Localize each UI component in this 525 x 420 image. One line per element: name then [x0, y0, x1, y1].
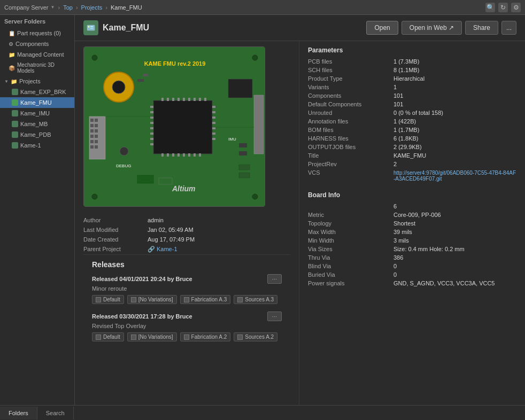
release-2-desc: Revised Top Overlay — [92, 323, 282, 329]
svg-rect-12 — [90, 119, 94, 122]
svg-rect-26 — [161, 98, 164, 101]
refresh-icon[interactable]: ↻ — [498, 3, 508, 12]
svg-rect-37 — [172, 153, 174, 157]
date-created-value: Aug 17, 07:49 PM — [148, 236, 195, 243]
svg-rect-46 — [150, 122, 153, 124]
sidebar-header: Server Folders — [0, 15, 74, 28]
project-dot-icon — [12, 89, 18, 95]
sidebar-item-components[interactable]: ⚙ Components — [0, 38, 74, 49]
svg-rect-48 — [150, 133, 153, 135]
right-panel: Parameters PCB files 1 (7.3MB) SCH files… — [299, 41, 525, 405]
release-2-menu-btn[interactable]: ··· — [267, 312, 282, 321]
svg-rect-45 — [150, 116, 153, 119]
sidebar-item-label: Kame_FMU — [20, 99, 52, 106]
settings-icon[interactable]: ⚙ — [511, 3, 521, 12]
sidebar-item-kame-pdb[interactable]: Kame_PDB — [0, 129, 74, 140]
svg-point-10 — [112, 81, 125, 94]
release-2-title: Released 03/30/2021 17:28 by Bruce — [92, 313, 192, 320]
svg-rect-59 — [143, 74, 148, 76]
svg-rect-43 — [150, 106, 153, 108]
svg-rect-28 — [172, 98, 174, 101]
param-default-components: Default Components 101 — [308, 100, 516, 108]
tag-checkbox — [131, 335, 136, 340]
sidebar-item-kame-exp[interactable]: Kame_EXP_BRK — [0, 87, 74, 97]
project-dot-icon — [12, 131, 18, 138]
share-button[interactable]: Share — [465, 21, 498, 35]
param-vcs: VCS http://server4:9780/git/06ADB060-7C5… — [308, 168, 516, 183]
release-1-menu-btn[interactable]: ··· — [267, 274, 282, 284]
param-sch-files: SCH files 8 (1.1MB) — [308, 66, 516, 74]
sidebar-item-projects[interactable]: ▼ 📁 Projects — [0, 76, 74, 87]
param-pcb-files: PCB files 1 (7.3MB) — [308, 57, 516, 66]
content-area: Kame_FMU Open Open in Web ↗ Share ... — [75, 15, 525, 405]
svg-rect-23 — [95, 145, 98, 149]
param-projectrev: ProjectRev 2 — [308, 160, 516, 168]
parent-project-label: Parent Project — [83, 246, 148, 252]
releases-title: Releases — [92, 260, 282, 269]
tag-no-variations-2: [No Variations] — [127, 332, 177, 341]
tag-fabrication-1: Fabrication A.3 — [180, 295, 231, 304]
last-modified-value: Jan 02, 05:49 AM — [148, 227, 194, 233]
meta-last-modified: Last Modified Jan 02, 05:49 AM — [83, 225, 290, 235]
bottom-tabs: Folders Search — [0, 405, 525, 420]
tag-fabrication-2: Fabrication A.2 — [180, 332, 231, 341]
breadcrumb-current: Kame_FMU — [111, 4, 142, 11]
svg-rect-54 — [212, 122, 215, 124]
svg-point-8 — [252, 194, 258, 199]
project-icon — [83, 20, 98, 35]
tag-checkbox — [96, 335, 101, 340]
release-1-header: Released 04/01/2021 20:24 by Bruce ··· — [92, 274, 282, 284]
open-button[interactable]: Open — [366, 21, 398, 35]
tag-checkbox — [237, 335, 243, 340]
search-icon[interactable]: 🔍 — [485, 3, 495, 12]
svg-rect-16 — [90, 140, 94, 143]
project-title-block: Kame_FMU — [83, 20, 149, 35]
svg-rect-50 — [150, 143, 153, 145]
sidebar-item-label: Kame_IMU — [20, 110, 50, 116]
param-outputjob-files: OUTPUTJOB files 2 (29.9KB) — [308, 143, 516, 151]
svg-rect-61 — [239, 143, 247, 147]
tag-default-2: Default — [92, 332, 124, 341]
svg-rect-40 — [188, 153, 190, 157]
tab-folders[interactable]: Folders — [0, 407, 37, 419]
svg-rect-44 — [150, 111, 153, 113]
server-name[interactable]: Company Server — [4, 4, 49, 11]
folder-icon: 📋 — [9, 30, 15, 36]
server-arrow: ▼ — [51, 5, 55, 10]
open-web-button[interactable]: Open in Web ↗ — [402, 21, 462, 35]
project-dot-icon — [12, 110, 18, 116]
tab-search[interactable]: Search — [37, 407, 74, 419]
sidebar-item-label: Kame-1 — [20, 142, 41, 149]
tag-no-variations-1: [No Variations] — [127, 295, 177, 304]
param-board-layers: 6 — [308, 202, 516, 211]
svg-rect-14 — [90, 129, 94, 133]
left-panel: KAME FMU rev.2 2019 DEBUG IMU Altium — [75, 41, 299, 405]
svg-rect-2 — [90, 26, 93, 27]
svg-rect-39 — [183, 153, 185, 157]
sidebar-item-part-requests[interactable]: 📋 Part requests (0) — [0, 28, 74, 38]
parent-project-value[interactable]: 🔗Kame-1 — [148, 246, 177, 253]
svg-rect-25 — [153, 100, 212, 154]
param-bom-files: BOM files 1 (1.7MB) — [308, 126, 516, 134]
breadcrumb-projects[interactable]: Projects — [81, 4, 103, 11]
svg-rect-55 — [212, 127, 215, 129]
svg-rect-53 — [212, 116, 215, 119]
breadcrumb-top[interactable]: Top — [63, 4, 73, 11]
sidebar-item-kame-fmu[interactable]: Kame_FMU — [0, 97, 74, 108]
sidebar-item-kame-imu[interactable]: Kame_IMU — [0, 108, 74, 119]
board-info-section: Board Info 6 Metric Core-009, PP-006 Top… — [308, 191, 516, 287]
meta-author: Author admin — [83, 215, 290, 225]
sidebar-item-mechatronic[interactable]: 📦 Mechatronic 3D Models — [0, 60, 74, 76]
project-dot-icon — [12, 142, 18, 149]
param-buried-via: Buried Via 0 — [308, 270, 516, 279]
date-created-label: Date Created — [83, 236, 148, 243]
parameters-title: Parameters — [308, 46, 516, 54]
sidebar-item-managed-content[interactable]: 📁 Managed Content — [0, 49, 74, 60]
sidebar-item-kame-mb[interactable]: Kame_MB — [0, 119, 74, 129]
sidebar-item-kame-1[interactable]: Kame-1 — [0, 140, 74, 151]
param-via-sizes: Via Sizes Size: 0.4 mm Hole: 0.2 mm — [308, 245, 516, 253]
svg-rect-34 — [204, 98, 206, 101]
svg-rect-29 — [177, 98, 180, 101]
svg-text:KAME FMU rev.2 2019: KAME FMU rev.2 2019 — [144, 60, 206, 67]
more-button[interactable]: ... — [501, 21, 516, 35]
